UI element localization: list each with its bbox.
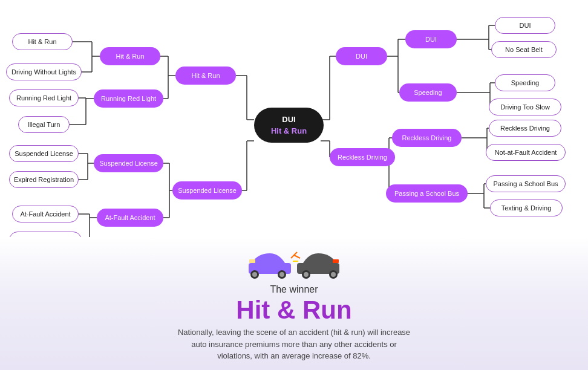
node-r1r2: No Seat Belt <box>491 41 557 58</box>
node-r2l3: Suspended License <box>94 154 163 172</box>
node-r3r2: Reckless Driving <box>330 148 395 166</box>
node-r1l4: Illegal Turn <box>18 116 70 133</box>
node-r3r1: DUI <box>336 47 387 65</box>
winner-name: Hit & Run <box>236 296 351 324</box>
node-r1l3: Running Red Light <box>9 89 79 106</box>
svg-rect-77 <box>249 259 255 263</box>
node-r1r8: Texting & Driving <box>490 200 563 216</box>
node-r2r2: Speeding <box>399 83 457 102</box>
node-r2r1: DUI <box>405 30 457 48</box>
bottom-section: The winner Hit & Run Nationally, leaving… <box>0 237 588 370</box>
node-r2l4: At-Fault Accident <box>97 209 163 227</box>
node-r1l2: Driving Without Lights <box>6 63 82 80</box>
node-r2l2: Running Red Light <box>94 89 163 108</box>
node-r1r1: DUI <box>495 17 555 34</box>
svg-rect-86 <box>333 259 339 263</box>
node-r2r3: Reckless Driving <box>392 129 462 147</box>
node-r2l1: Hit & Run <box>100 47 160 65</box>
winner-description: Nationally, leaving the scene of an acci… <box>173 326 415 362</box>
car-illustration <box>240 243 348 282</box>
svg-point-83 <box>331 272 336 277</box>
node-r1l7: At-Fault Accident <box>12 206 79 222</box>
svg-line-79 <box>294 255 300 258</box>
car-svg <box>240 243 348 279</box>
node-r3l2: Suspended License <box>172 181 242 200</box>
node-r2r4: Passing a School Bus <box>386 184 468 203</box>
winner-label: The winner <box>270 284 318 295</box>
node-r1r4: Driving Too Slow <box>489 99 561 115</box>
node-r1l5: Suspended License <box>9 145 79 162</box>
node-r1r7: Passing a School Bus <box>486 175 566 192</box>
node-r1l6: Expired Registration <box>9 171 79 188</box>
bracket-container: Hit & Run Driving Without Lights Running… <box>0 0 588 254</box>
node-r1l1: Hit & Run <box>12 33 73 50</box>
svg-point-85 <box>304 272 309 277</box>
node-center: DUI Hit & Run <box>254 108 324 143</box>
node-r1r5: Reckless Driving <box>489 120 561 137</box>
svg-point-76 <box>279 272 284 277</box>
svg-point-74 <box>252 272 257 277</box>
node-r1r3: Speeding <box>495 74 555 91</box>
node-r1r6: Not-at-Fault Accident <box>486 144 566 161</box>
node-r3l1: Hit & Run <box>175 67 236 85</box>
